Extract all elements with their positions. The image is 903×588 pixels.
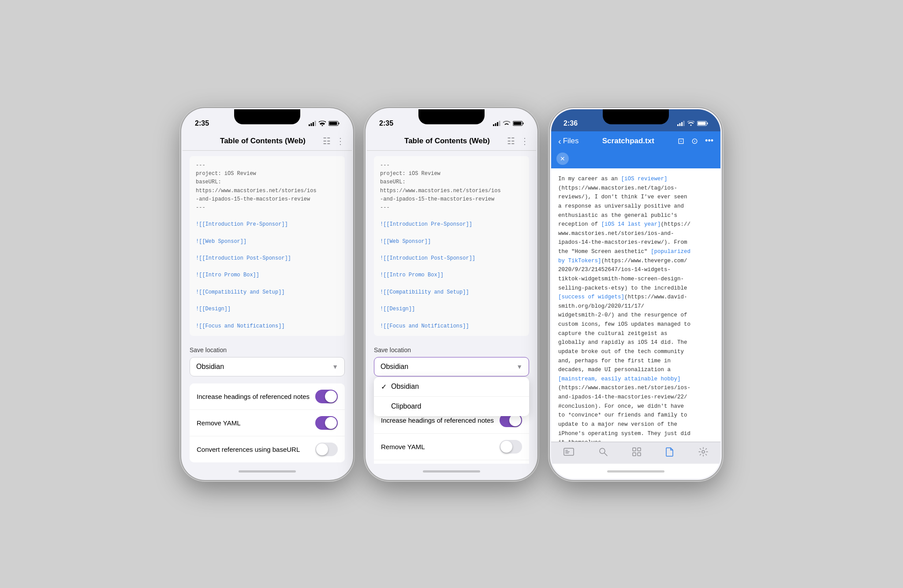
svg-rect-14 — [677, 124, 679, 126]
dropdown-1[interactable]: Obsidian ▼ — [190, 357, 345, 376]
toggle-row-1c: Convert references using baseURL — [190, 436, 345, 462]
svg-rect-13 — [523, 123, 524, 124]
svg-rect-23 — [565, 451, 570, 452]
phone3: 2:36 ‹ Files Scratchpad.txt ⊡ — [550, 108, 722, 480]
notch-2 — [418, 109, 485, 124]
signal-icon-3 — [677, 121, 685, 126]
dropdown-2[interactable]: Obsidian ▼ — [374, 357, 529, 376]
battery-icon — [328, 121, 340, 126]
svg-rect-16 — [681, 122, 683, 126]
toggle-1c[interactable] — [315, 443, 338, 456]
reader-icon[interactable] — [563, 448, 574, 458]
code-preview-1: --- project: iOS Review baseURL: https:/… — [190, 156, 345, 336]
chevron-left-icon: ‹ — [558, 136, 561, 146]
nav-title-3: Scratchpad.txt — [579, 137, 678, 145]
dropdown-menu-2: ✓ Obsidian ✓ Clipboard — [374, 377, 529, 416]
grid-icon-3[interactable] — [632, 447, 641, 458]
back-button-3[interactable]: ‹ Files — [558, 136, 579, 146]
toggle-row-2c: Convert references using baseURL — [374, 460, 529, 464]
toggle-2b[interactable] — [500, 440, 522, 454]
nav-bar-1: Table of Contents (Web) ☷ ⋮ — [183, 131, 352, 151]
svg-point-31 — [702, 450, 705, 453]
svg-rect-28 — [638, 448, 641, 451]
svg-line-26 — [604, 453, 607, 456]
home-bar-1 — [239, 470, 296, 473]
home-indicator-3 — [551, 464, 720, 479]
svg-rect-7 — [493, 124, 494, 126]
toggle-label-1a: Increase headings of referenced notes — [197, 393, 310, 400]
text-content-3: In my career as an [iOS reviewer](https:… — [551, 168, 720, 442]
toggle-row-1a: Increase headings of referenced notes — [190, 383, 345, 410]
svg-rect-2 — [313, 122, 314, 126]
toggle-1a[interactable] — [315, 390, 338, 403]
battery-icon-3 — [697, 121, 708, 126]
option-label-obsidian: Obsidian — [391, 383, 419, 391]
home-bar-2 — [423, 470, 480, 473]
svg-rect-10 — [499, 121, 500, 126]
link-1: [iOS reviewer] — [621, 176, 668, 182]
dropdown-option-clipboard[interactable]: ✓ Clipboard — [374, 397, 529, 416]
status-icons-3 — [677, 121, 708, 126]
main-content-2: --- project: iOS Review baseURL: https:/… — [367, 151, 536, 464]
toggle-section-1: Increase headings of referenced notes Re… — [190, 383, 345, 462]
svg-rect-30 — [638, 453, 641, 456]
paragraph-1: In my career as an [iOS reviewer](https:… — [558, 175, 713, 442]
toggle-knob-1a — [325, 391, 337, 402]
more-icon-2[interactable]: ⋮ — [520, 136, 529, 146]
dropdown-option-obsidian[interactable]: ✓ Obsidian — [374, 377, 529, 397]
phone2: 2:35 Table of Contents (Web) ☷ ⋮ — [366, 108, 537, 480]
status-time-1: 2:35 — [195, 119, 209, 127]
search-icon-3[interactable] — [599, 447, 608, 458]
link-2: [iOS 14 last year] — [601, 221, 661, 227]
home-indicator-2 — [367, 464, 536, 479]
nav-bar-2: Table of Contents (Web) ☷ ⋮ — [367, 131, 536, 151]
toggle-label-2a: Increase headings of referenced notes — [381, 417, 494, 424]
signal-icon-2 — [493, 121, 500, 126]
dropdown-arrow-2: ▼ — [516, 363, 522, 370]
wifi-icon-2 — [503, 121, 510, 126]
wifi-icon — [319, 121, 326, 126]
svg-rect-8 — [495, 123, 496, 127]
dropdown-container-2: Obsidian ▼ ✓ Obsidian ✓ Clipboard — [374, 357, 529, 376]
toggle-knob-2a — [509, 414, 521, 426]
close-button-3[interactable]: ✕ — [556, 153, 569, 165]
status-time-2: 2:35 — [379, 119, 393, 127]
svg-rect-1 — [311, 123, 312, 127]
save-location-label-1: Save location — [183, 341, 352, 357]
link-5: [mainstream, easily attainable hobby] — [558, 376, 681, 382]
main-content-1: --- project: iOS Review baseURL: https:/… — [183, 151, 352, 464]
toggle-1b[interactable] — [315, 416, 338, 430]
close-bar-3: ✕ — [551, 151, 720, 168]
more-icon-1[interactable]: ⋮ — [336, 136, 345, 146]
bottom-toolbar-3 — [551, 442, 720, 464]
wifi-icon-3 — [687, 121, 694, 126]
svg-rect-15 — [679, 123, 681, 127]
status-icons-2 — [493, 121, 524, 126]
svg-point-25 — [600, 448, 605, 454]
list-icon-2[interactable]: ☷ — [507, 136, 515, 146]
dropdown-arrow-1: ▼ — [332, 363, 338, 370]
gear-icon-3[interactable] — [698, 447, 708, 459]
card-icon-3[interactable]: ⊡ — [678, 136, 684, 146]
list-icon-1[interactable]: ☷ — [323, 136, 331, 146]
link-3: [popularizedby TikTokers] — [558, 249, 690, 264]
link-4: [success of widgets] — [558, 294, 624, 300]
doc-icon-3[interactable] — [666, 447, 674, 459]
option-label-clipboard: Clipboard — [391, 402, 421, 410]
toggle-knob-1c — [316, 443, 328, 455]
nav-icons-3: ⊡ ⊙ ••• — [678, 136, 713, 146]
status-icons-1 — [309, 121, 340, 126]
svg-rect-17 — [683, 121, 685, 126]
dots-icon-3[interactable]: ••• — [705, 136, 713, 146]
status-time-3: 2:36 — [563, 119, 578, 127]
svg-rect-5 — [329, 122, 337, 125]
nav-title-1: Table of Contents (Web) — [203, 137, 323, 145]
code-preview-2: --- project: iOS Review baseURL: https:/… — [374, 156, 529, 336]
svg-rect-19 — [698, 122, 706, 125]
svg-rect-9 — [497, 122, 498, 126]
toggle-label-1b: Remove YAML — [197, 419, 241, 427]
signal-icon — [309, 121, 316, 126]
save-location-label-2: Save location — [367, 341, 536, 357]
clock-icon-3[interactable]: ⊙ — [691, 136, 698, 146]
dropdown-container-1: Obsidian ▼ — [190, 357, 345, 376]
